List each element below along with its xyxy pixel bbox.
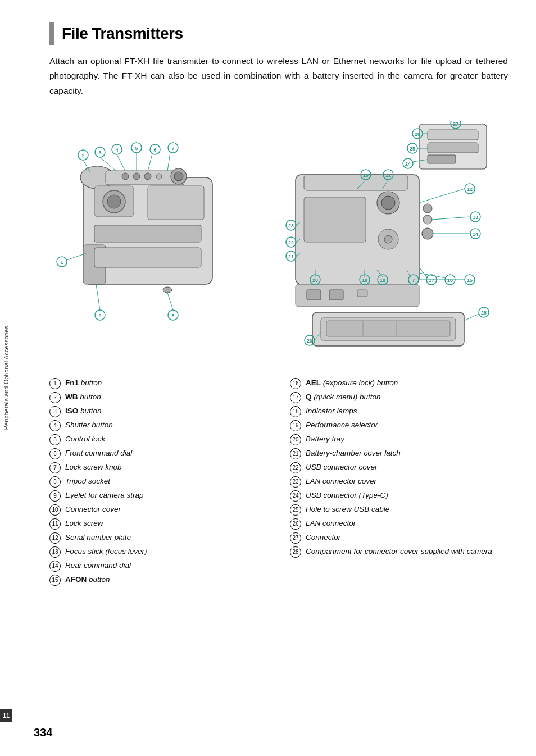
page-title: File Transmitters <box>62 25 183 43</box>
part-label: Indicator lamps <box>306 404 357 418</box>
part-label: Eyelet for camera strap <box>65 489 144 503</box>
part-label: AFON button <box>65 573 110 587</box>
list-item: 16AEL (exposure lock) button <box>290 376 508 390</box>
svg-rect-72 <box>357 290 367 297</box>
part-number: 1 <box>49 378 61 389</box>
svg-rect-70 <box>307 290 321 300</box>
parts-section: 1Fn1 button2WB button3ISO button4Shutter… <box>49 376 508 587</box>
part-label: USB connector cover <box>306 461 378 475</box>
list-item: 5Control lock <box>49 432 267 447</box>
part-number: 16 <box>290 378 301 389</box>
svg-line-84 <box>432 217 470 220</box>
part-label: Compartment for connector cover supplied… <box>306 545 492 559</box>
part-number: 3 <box>49 406 61 417</box>
list-item: 13Focus stick (focus lever) <box>49 545 267 559</box>
svg-point-61 <box>423 204 432 213</box>
right-parts-column: 16AEL (exposure lock) button17Q (quick m… <box>290 376 508 587</box>
svg-point-6 <box>122 173 129 180</box>
svg-line-40 <box>96 284 100 310</box>
svg-point-5 <box>174 172 183 181</box>
part-label: Front command dial <box>65 447 132 461</box>
right-diagram-svg: 27 26 25 24 <box>284 121 498 357</box>
left-parts-column: 1Fn1 button2WB button3ISO button4Shutter… <box>49 376 267 587</box>
title-dots <box>192 33 508 33</box>
part-number: 23 <box>290 476 301 488</box>
list-item: 19Performance selector <box>290 418 508 432</box>
part-label: WB button <box>65 390 101 404</box>
svg-text:24: 24 <box>405 161 411 167</box>
svg-text:13: 13 <box>473 215 478 220</box>
left-parts-list: 1Fn1 button2WB button3ISO button4Shutter… <box>49 376 267 587</box>
list-item: 9Eyelet for camera strap <box>49 489 267 503</box>
svg-text:8: 8 <box>171 313 174 318</box>
svg-line-28 <box>117 154 125 171</box>
part-number: 27 <box>290 532 301 544</box>
list-item: 20Battery tray <box>290 432 508 447</box>
svg-point-12 <box>107 195 121 208</box>
svg-text:21: 21 <box>288 254 294 259</box>
svg-text:16: 16 <box>447 277 453 283</box>
list-item: 27Connector <box>290 531 508 545</box>
svg-point-16 <box>163 287 172 293</box>
list-item: 14Rear command dial <box>49 559 267 573</box>
svg-text:12: 12 <box>467 186 473 192</box>
list-item: 28Compartment for connector cover suppli… <box>290 545 508 559</box>
svg-text:19: 19 <box>362 277 367 283</box>
svg-rect-120 <box>326 321 450 336</box>
list-item: 26LAN connector <box>290 517 508 531</box>
svg-point-66 <box>381 196 395 210</box>
part-number: 8 <box>49 476 61 488</box>
title-accent <box>49 22 54 45</box>
list-item: 24USB connector (Type-C) <box>290 489 508 503</box>
svg-point-63 <box>422 228 433 239</box>
list-item: 7Lock screw knob <box>49 461 267 475</box>
part-label: ISO button <box>65 404 102 418</box>
divider <box>49 110 508 110</box>
part-number: 19 <box>290 420 301 431</box>
list-item: 23LAN connector cover <box>290 475 508 489</box>
list-item: 21Battery-chamber cover latch <box>290 447 508 461</box>
svg-text:22: 22 <box>288 240 294 245</box>
diagram-area: 1 2 3 4 5 6 <box>49 121 508 359</box>
part-number: 24 <box>290 490 301 502</box>
right-parts-list: 16AEL (exposure lock) button17Q (quick m… <box>290 376 508 559</box>
part-number: 14 <box>49 561 61 572</box>
part-number: 26 <box>290 518 301 530</box>
left-diagram: 1 2 3 4 5 6 <box>49 121 273 337</box>
svg-rect-14 <box>94 225 201 242</box>
part-number: 9 <box>49 490 61 502</box>
svg-text:20: 20 <box>312 277 318 283</box>
part-number: 10 <box>49 504 61 516</box>
svg-text:20: 20 <box>307 338 312 344</box>
description-text: Attach an optional FT-XH file transmitte… <box>49 54 508 98</box>
svg-text:26: 26 <box>415 131 420 137</box>
part-label: Control lock <box>65 432 105 447</box>
svg-line-81 <box>419 189 465 203</box>
svg-rect-64 <box>304 197 366 242</box>
svg-text:4: 4 <box>115 147 118 153</box>
part-label: Lock screw <box>65 517 103 531</box>
svg-text:6: 6 <box>153 147 156 153</box>
svg-point-68 <box>384 235 392 243</box>
right-diagram: 27 26 25 24 <box>284 121 508 359</box>
part-number: 6 <box>49 448 61 459</box>
svg-text:25: 25 <box>410 146 415 152</box>
list-item: 25Hole to screw USB cable <box>290 503 508 517</box>
part-label: Serial number plate <box>65 531 131 545</box>
list-item: 10Connector cover <box>49 503 267 517</box>
part-number: 2 <box>49 392 61 403</box>
list-item: 4Shutter button <box>49 418 267 432</box>
part-label: Shutter button <box>65 418 113 432</box>
list-item: 12Serial number plate <box>49 531 267 545</box>
part-label: LAN connector <box>306 517 356 531</box>
list-item: 11Lock screw <box>49 517 267 531</box>
part-label: Focus stick (focus lever) <box>65 545 147 559</box>
svg-text:5: 5 <box>135 145 138 151</box>
svg-text:2: 2 <box>81 153 84 158</box>
part-number: 28 <box>290 546 301 558</box>
part-number: 12 <box>49 532 61 544</box>
part-number: 11 <box>49 518 61 530</box>
list-item: 2WB button <box>49 390 267 404</box>
svg-rect-71 <box>329 290 343 300</box>
svg-text:17: 17 <box>429 277 434 283</box>
